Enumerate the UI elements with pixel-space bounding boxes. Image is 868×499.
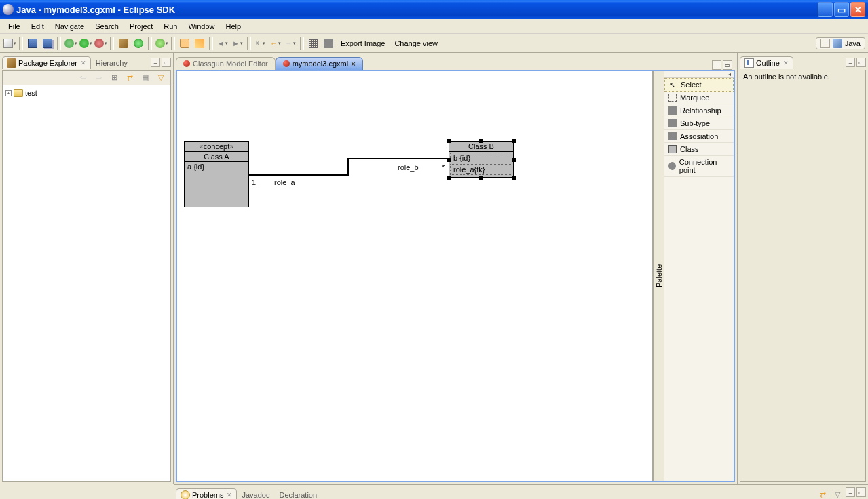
menu-search[interactable]: Search <box>90 21 124 32</box>
snap-button[interactable] <box>322 37 335 50</box>
palette-subtype[interactable]: Sub-type <box>664 117 734 130</box>
window-title: Java - mymodel3.cgxml - Eclipse SDK <box>16 5 818 15</box>
expand-icon[interactable]: + <box>5 90 12 96</box>
tab-mymodel3[interactable]: mymodel3.cgxml × <box>276 57 363 70</box>
close-icon[interactable]: ✕ <box>81 60 86 66</box>
run-button[interactable] <box>79 37 92 50</box>
menu-edit[interactable]: Edit <box>26 21 50 32</box>
minimize-button[interactable]: _ <box>818 2 833 17</box>
maximize-view-button[interactable]: ▭ <box>856 58 866 67</box>
role-b-label: role_b <box>398 163 419 172</box>
save-button[interactable] <box>26 37 39 50</box>
minimize-view-button[interactable]: – <box>846 487 855 497</box>
grid-button[interactable] <box>307 37 320 50</box>
palette-association[interactable]: Assosiation <box>664 130 734 143</box>
external-tools-button[interactable] <box>94 37 107 50</box>
tab-package-explorer[interactable]: Package Explorer ✕ <box>2 56 91 69</box>
maximize-editor-button[interactable]: ▭ <box>723 60 732 70</box>
view-menu-icon[interactable]: ▽ <box>831 487 844 499</box>
menu-file[interactable]: File <box>3 21 26 32</box>
close-tab-icon[interactable]: × <box>351 60 355 68</box>
tab-outline[interactable]: Outline ✕ <box>740 56 793 69</box>
tab-classgun-editor[interactable]: Classgun Model Editor <box>176 57 276 70</box>
new-java-package-button[interactable] <box>117 37 130 50</box>
tree-item-test[interactable]: + test <box>5 88 168 98</box>
eclipse-icon <box>3 4 14 15</box>
change-view-button[interactable]: Change view <box>390 38 442 49</box>
close-button[interactable]: ✕ <box>850 2 865 17</box>
menu-help[interactable]: Help <box>221 21 247 32</box>
tab-hierarchy[interactable]: Hierarchy <box>91 57 132 68</box>
close-icon[interactable]: ✕ <box>783 60 789 66</box>
editor-area: Classgun Model Editor mymodel3.cgxml × –… <box>174 53 737 484</box>
annotate-button[interactable] <box>193 37 206 50</box>
menu-window[interactable]: Window <box>183 21 220 32</box>
perspective-switcher[interactable]: Java <box>816 37 865 49</box>
last-edit-button[interactable]: ⇤ <box>254 37 267 50</box>
association-icon <box>668 132 677 140</box>
nav-prev-button[interactable]: ◄ <box>216 37 229 50</box>
editor-icon <box>183 60 190 67</box>
menu-project[interactable]: Project <box>124 21 158 32</box>
class-b-name: Class B <box>449 142 513 152</box>
palette: Palette ◂ ↖Select Marquee Relationship S… <box>652 71 734 481</box>
export-image-button[interactable]: Export Image <box>337 38 389 49</box>
save-all-button[interactable] <box>41 37 54 50</box>
package-tree[interactable]: + test <box>2 85 171 482</box>
palette-collapse-icon[interactable]: ◂ <box>664 71 734 78</box>
debug-button[interactable] <box>64 37 77 50</box>
forward-button[interactable]: → <box>284 37 297 50</box>
menu-navigate[interactable]: Navigate <box>50 21 90 32</box>
palette-tab[interactable]: Palette <box>653 71 664 481</box>
tab-declaration[interactable]: Declaration <box>274 489 322 500</box>
filter-icon[interactable]: ▤ <box>138 71 152 85</box>
class-a-attr: a {id} <box>185 162 248 172</box>
minimize-editor-button[interactable]: – <box>712 60 721 70</box>
maximize-view-button[interactable]: ▭ <box>162 58 171 67</box>
collapse-all-icon[interactable]: ⊞ <box>107 71 121 85</box>
title-bar: Java - mymodel3.cgxml - Eclipse SDK _ ▭ … <box>0 0 868 19</box>
filter-icon[interactable]: ⇄ <box>816 487 829 499</box>
class-b-attr1: b {id} <box>450 153 512 163</box>
back-button[interactable]: ← <box>269 37 282 50</box>
maximize-view-button[interactable]: ▭ <box>856 487 866 497</box>
view-menu-icon[interactable]: ▽ <box>154 71 168 85</box>
forward-icon[interactable]: ⇨ <box>92 71 105 85</box>
problems-icon <box>181 490 190 500</box>
link-editor-icon[interactable]: ⇄ <box>123 71 136 85</box>
relationship-line[interactable] <box>249 174 349 176</box>
minimize-view-button[interactable]: – <box>151 58 160 67</box>
palette-class[interactable]: Class <box>664 143 734 156</box>
minimize-view-button[interactable]: – <box>846 58 855 67</box>
nav-next-button[interactable]: ► <box>231 37 244 50</box>
open-perspective-icon <box>820 39 830 48</box>
palette-relationship[interactable]: Relationship <box>664 104 734 117</box>
back-icon[interactable]: ⇦ <box>76 71 90 85</box>
palette-connection-point[interactable]: Connection point <box>664 156 734 177</box>
relationship-icon <box>668 106 677 115</box>
search-button[interactable] <box>178 37 191 50</box>
palette-select[interactable]: ↖Select <box>664 78 734 92</box>
relationship-line[interactable] <box>347 158 449 159</box>
palette-marquee[interactable]: Marquee <box>664 92 734 104</box>
class-b-box[interactable]: Class B b {id} role_a{fk} <box>449 141 514 178</box>
new-button[interactable] <box>3 37 16 50</box>
tab-problems[interactable]: Problems ✕ <box>176 488 237 500</box>
perspective-label: Java <box>845 39 861 47</box>
relationship-line[interactable] <box>347 158 349 176</box>
close-icon[interactable]: ✕ <box>227 492 232 498</box>
menu-bar: File Edit Navigate Search Project Run Wi… <box>0 19 868 34</box>
cursor-icon: ↖ <box>669 81 677 89</box>
menu-run[interactable]: Run <box>158 21 183 32</box>
role-a-label: role_a <box>274 178 295 186</box>
maximize-button[interactable]: ▭ <box>834 2 849 17</box>
tab-javadoc[interactable]: Javadoc <box>237 489 274 500</box>
java-perspective-icon <box>833 39 842 48</box>
diagram-canvas[interactable]: «concept» Class A a {id} Class B b {id} … <box>177 71 652 481</box>
new-java-class-button[interactable] <box>132 37 145 50</box>
subtype-icon <box>668 119 677 127</box>
open-type-button[interactable] <box>155 37 168 50</box>
outline-message: An outline is not available. <box>743 73 830 81</box>
package-explorer-view: Package Explorer ✕ Hierarchy – ▭ ⇦ ⇨ ⊞ ⇄… <box>0 53 174 484</box>
class-a-box[interactable]: «concept» Class A a {id} <box>184 141 249 207</box>
